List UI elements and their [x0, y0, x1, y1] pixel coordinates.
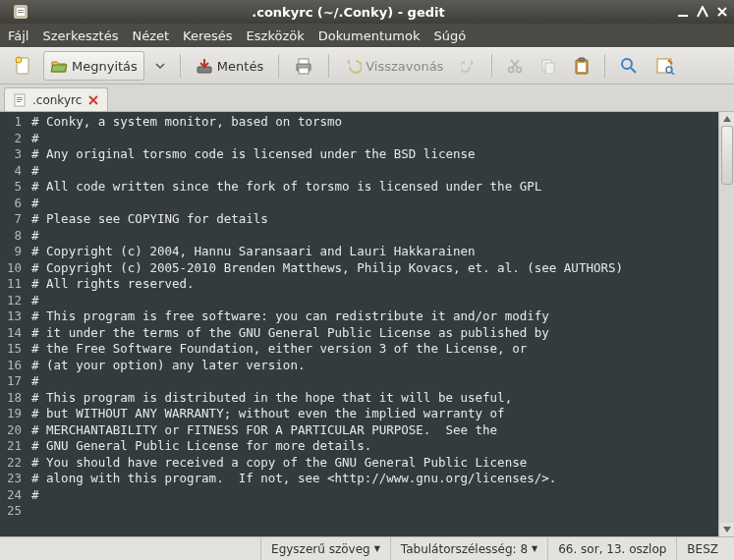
svg-rect-17	[578, 63, 586, 72]
redo-icon	[461, 58, 477, 74]
menubar: Fájl Szerkesztés Nézet Keresés Eszközök …	[0, 24, 734, 47]
print-button[interactable]	[287, 51, 320, 81]
scroll-down-button[interactable]	[719, 523, 734, 536]
cut-icon	[507, 58, 523, 74]
printer-icon	[294, 56, 313, 76]
svg-rect-16	[579, 58, 585, 61]
menu-edit[interactable]: Szerkesztés	[42, 28, 118, 43]
save-button[interactable]: Mentés	[189, 51, 270, 81]
editor-area: 1 2 3 4 5 6 7 8 9 10 11 12 13 14 15 16 1…	[0, 112, 734, 536]
menu-documents[interactable]: Dokumentumok	[318, 28, 421, 43]
find-replace-icon	[655, 57, 675, 75]
folder-open-icon	[50, 57, 68, 75]
separator	[278, 54, 279, 78]
svg-point-18	[622, 59, 632, 69]
cursor-position: 66. sor, 13. oszlop	[547, 537, 676, 560]
window-title: .conkyrc (~/.Conky) - gedit	[28, 5, 669, 20]
svg-rect-14	[545, 63, 554, 74]
maximize-button[interactable]	[697, 6, 708, 18]
app-icon	[14, 5, 28, 19]
insert-mode: BESZ	[676, 537, 728, 560]
svg-rect-24	[17, 101, 21, 102]
vertical-scrollbar[interactable]	[718, 112, 734, 536]
open-button[interactable]: Megnyitás	[43, 51, 144, 81]
close-tab-icon[interactable]	[87, 94, 99, 106]
save-label: Mentés	[217, 59, 263, 74]
document-tab[interactable]: .conkyrc	[4, 87, 108, 111]
menu-search[interactable]: Keresés	[183, 28, 232, 43]
toolbar: Megnyitás Mentés Visszavonás	[0, 47, 734, 84]
search-icon	[620, 57, 638, 75]
open-dropdown-button[interactable]	[148, 51, 172, 81]
scrollbar-thumb[interactable]	[721, 126, 733, 185]
copy-button[interactable]	[534, 51, 563, 81]
svg-rect-10	[299, 68, 309, 74]
chevron-down-icon: ▼	[532, 544, 537, 553]
undo-button[interactable]: Visszavonás	[337, 51, 450, 81]
cut-button[interactable]	[500, 51, 530, 81]
menu-tools[interactable]: Eszközök	[247, 28, 305, 43]
undo-icon	[344, 57, 362, 75]
paste-button[interactable]	[567, 51, 596, 81]
tabbar: .conkyrc	[0, 84, 734, 112]
svg-rect-9	[299, 59, 309, 64]
new-document-button[interactable]	[6, 51, 39, 81]
tab-label: .conkyrc	[32, 93, 82, 107]
menu-file[interactable]: Fájl	[8, 28, 28, 43]
svg-rect-2	[18, 10, 24, 11]
save-icon	[196, 57, 213, 75]
chevron-down-icon	[155, 61, 165, 71]
menu-help[interactable]: Súgó	[433, 28, 466, 43]
separator	[328, 54, 329, 78]
tabwidth-selector[interactable]: Tabulátorszélesség: 8 ▼	[390, 537, 547, 560]
undo-label: Visszavonás	[366, 59, 443, 74]
find-button[interactable]	[613, 51, 645, 81]
minimize-button[interactable]	[677, 6, 689, 18]
language-selector[interactable]: Egyszerű szöveg ▼	[260, 537, 390, 560]
separator	[180, 54, 181, 78]
line-number-gutter: 1 2 3 4 5 6 7 8 9 10 11 12 13 14 15 16 1…	[0, 112, 28, 536]
tabwidth-label: Tabulátorszélesség: 8	[401, 542, 528, 556]
separator	[491, 54, 492, 78]
svg-rect-23	[17, 99, 23, 100]
code-content[interactable]: # Conky, a system monitor, based on tors…	[28, 112, 718, 536]
statusbar: Egyszerű szöveg ▼ Tabulátorszélesség: 8 …	[0, 536, 734, 560]
paste-icon	[574, 57, 590, 75]
scroll-up-button[interactable]	[719, 112, 734, 126]
svg-rect-22	[17, 97, 23, 98]
redo-button[interactable]	[454, 51, 483, 81]
document-icon	[13, 93, 27, 107]
close-button[interactable]	[716, 6, 728, 18]
copy-icon	[540, 58, 556, 74]
svg-rect-3	[18, 12, 24, 13]
text-editor[interactable]: 1 2 3 4 5 6 7 8 9 10 11 12 13 14 15 16 1…	[0, 112, 718, 536]
separator	[604, 54, 605, 78]
find-replace-button[interactable]	[649, 51, 682, 81]
language-label: Egyszerű szöveg	[271, 542, 370, 556]
menu-view[interactable]: Nézet	[132, 28, 169, 43]
svg-rect-4	[678, 15, 688, 17]
titlebar: .conkyrc (~/.Conky) - gedit	[0, 0, 734, 24]
open-label: Megnyitás	[72, 59, 138, 74]
chevron-down-icon: ▼	[374, 544, 380, 553]
svg-point-6	[16, 57, 22, 63]
